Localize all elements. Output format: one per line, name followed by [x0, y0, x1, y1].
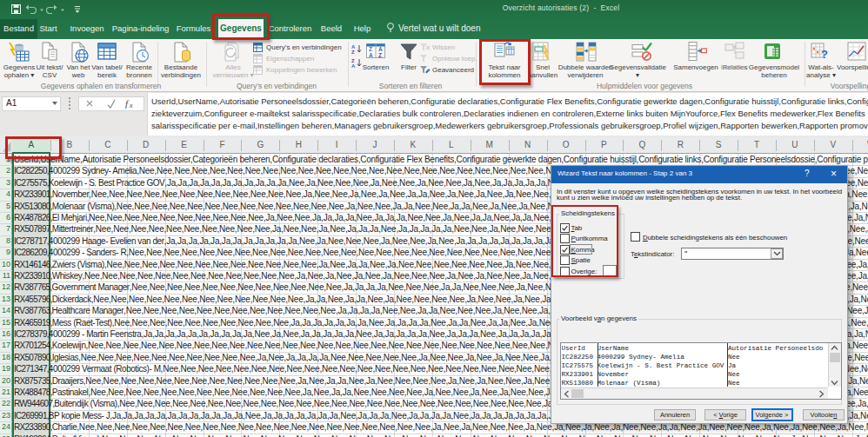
svg-text:A: A	[369, 52, 373, 58]
svg-text:Z: Z	[378, 52, 382, 58]
svg-text:?: ?	[821, 48, 828, 61]
svg-text:Z: Z	[351, 50, 355, 55]
svg-text:x: x	[129, 102, 133, 109]
svg-text:Z: Z	[369, 46, 372, 52]
svg-text:A: A	[378, 46, 383, 52]
